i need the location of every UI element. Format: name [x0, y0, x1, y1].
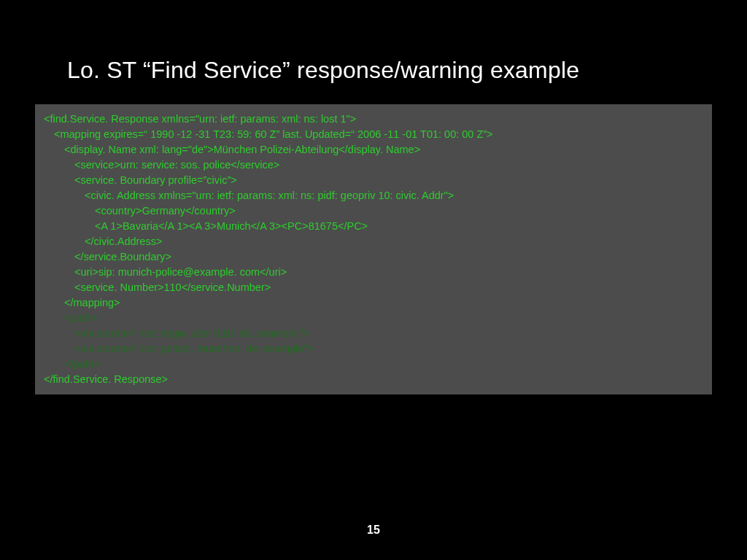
code-line: <via source=“lost: esgw. uber-110. de. e… [44, 326, 703, 341]
code-line: <country>Germany</country> [44, 203, 703, 219]
code-line: </service.Boundary> [44, 249, 703, 265]
code-line: <service. Boundary profile=”civic”> [44, 173, 703, 188]
code-line: <service. Number>110</service.Number> [44, 280, 703, 295]
code-line: <display. Name xml: lang="de">München Po… [44, 142, 703, 158]
slide-title: Lo. ST “Find Service” response/warning e… [0, 0, 747, 84]
code-line: <find.Service. Response xmlns="urn: ietf… [44, 112, 703, 127]
code-line: <civic. Address xmlns="urn: ietf: params… [44, 188, 703, 203]
code-block: <find.Service. Response xmlns="urn: ietf… [35, 104, 712, 394]
code-line: <service>urn: service: sos. police</serv… [44, 158, 703, 173]
slide: Lo. ST “Find Service” response/warning e… [0, 0, 747, 560]
code-line: <A 1>Bavaria</A 1><A 3>Munich</A 3><PC>8… [44, 219, 703, 234]
code-line: <mapping expires=“ 1990 -12 -31 T23: 59:… [44, 127, 703, 142]
code-line: <path> [44, 311, 703, 326]
code-line: </path> [44, 357, 703, 372]
page-number: 15 [0, 524, 747, 537]
code-line: <uri>sip: munich-police@example. com</ur… [44, 265, 703, 280]
code-line: </mapping> [44, 295, 703, 311]
code-line: <via source=“lost: polizei. munchen. de.… [44, 341, 703, 357]
code-line: </find.Service. Response> [44, 372, 703, 387]
code-line: </civic.Address> [44, 234, 703, 249]
